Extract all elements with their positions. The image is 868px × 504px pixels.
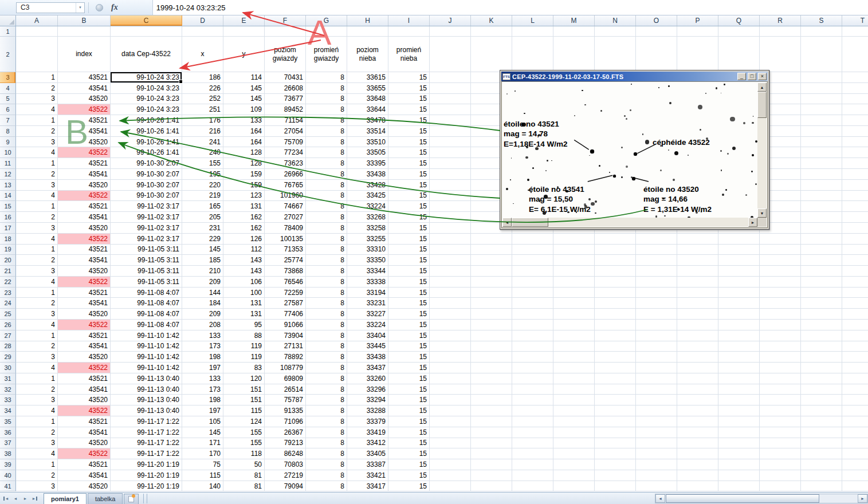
cell-R41[interactable] bbox=[760, 481, 801, 492]
cell-F27[interactable]: 73904 bbox=[265, 330, 306, 341]
cell-P18[interactable] bbox=[677, 234, 718, 245]
cell-R25[interactable] bbox=[760, 309, 801, 320]
row-header-27[interactable]: 27 bbox=[0, 330, 16, 341]
cell-D34[interactable]: 197 bbox=[182, 405, 223, 416]
cell-I38[interactable]: 15 bbox=[388, 448, 430, 459]
cell-C33[interactable]: 99-11-13 0:40 bbox=[111, 395, 182, 405]
cell-A36[interactable]: 2 bbox=[16, 427, 58, 438]
cell-D19[interactable]: 145 bbox=[182, 245, 223, 255]
cell-H3[interactable]: 33615 bbox=[347, 72, 388, 83]
cell-D28[interactable]: 173 bbox=[182, 341, 223, 352]
cell-Q25[interactable] bbox=[718, 309, 760, 320]
cell-S33[interactable] bbox=[801, 395, 842, 405]
cell-I21[interactable]: 15 bbox=[388, 266, 430, 277]
cell-P26[interactable] bbox=[677, 320, 718, 330]
cell-L32[interactable] bbox=[512, 384, 553, 395]
cell-S18[interactable] bbox=[801, 234, 842, 245]
cell-L38[interactable] bbox=[512, 448, 553, 459]
cell-H34[interactable]: 33288 bbox=[347, 405, 388, 416]
cell-H21[interactable]: 33344 bbox=[347, 266, 388, 277]
cell-A18[interactable]: 4 bbox=[16, 234, 58, 245]
cell-C41[interactable]: 99-11-20 1:19 bbox=[111, 481, 182, 492]
cell-C35[interactable]: 99-11-17 1:22 bbox=[111, 416, 182, 427]
cell-E23[interactable]: 100 bbox=[223, 288, 265, 298]
column-header-T[interactable]: T bbox=[842, 15, 868, 26]
cell-S20[interactable] bbox=[801, 255, 842, 266]
cell-N1[interactable] bbox=[595, 26, 636, 37]
cell-S19[interactable] bbox=[801, 245, 842, 255]
cell-B27[interactable]: 43521 bbox=[58, 330, 111, 341]
cell-Q33[interactable] bbox=[718, 395, 760, 405]
cell-N20[interactable] bbox=[595, 255, 636, 266]
cell-R19[interactable] bbox=[760, 245, 801, 255]
cell-J21[interactable] bbox=[430, 266, 471, 277]
cell-R26[interactable] bbox=[760, 320, 801, 330]
cell-L27[interactable] bbox=[512, 330, 553, 341]
cell-H7[interactable]: 33478 bbox=[347, 115, 388, 126]
cell-L26[interactable] bbox=[512, 320, 553, 330]
row-header-22[interactable]: 22 bbox=[0, 277, 16, 288]
cell-G22[interactable]: 8 bbox=[306, 277, 347, 288]
fts-scroll-up-button[interactable]: ▲ bbox=[757, 82, 767, 92]
cell-E36[interactable]: 155 bbox=[223, 427, 265, 438]
cell-F15[interactable]: 74667 bbox=[265, 201, 306, 212]
cell-Q41[interactable] bbox=[718, 481, 760, 492]
cell-F7[interactable]: 71154 bbox=[265, 115, 306, 126]
cell-I6[interactable]: 15 bbox=[388, 104, 430, 115]
cell-S6[interactable] bbox=[801, 104, 842, 115]
cell-A30[interactable]: 4 bbox=[16, 363, 58, 373]
cell-E6[interactable]: 109 bbox=[223, 104, 265, 115]
cell-N18[interactable] bbox=[595, 234, 636, 245]
cell-S10[interactable] bbox=[801, 147, 842, 158]
cell-B12[interactable]: 43541 bbox=[58, 169, 111, 180]
cell-S27[interactable] bbox=[801, 330, 842, 341]
cell-F24[interactable]: 27587 bbox=[265, 298, 306, 309]
cell-C9[interactable]: 99-10-26 1:41 bbox=[111, 137, 182, 148]
cell-D24[interactable]: 184 bbox=[182, 298, 223, 309]
cell-J23[interactable] bbox=[430, 288, 471, 298]
cell-L19[interactable] bbox=[512, 245, 553, 255]
cell-C30[interactable]: 99-11-10 1:42 bbox=[111, 363, 182, 373]
insert-function-button[interactable] bbox=[96, 4, 103, 11]
cell-P21[interactable] bbox=[677, 266, 718, 277]
cell-T20[interactable] bbox=[842, 255, 868, 266]
cell-M22[interactable] bbox=[553, 277, 595, 288]
column-header-R[interactable]: R bbox=[760, 15, 801, 26]
cell-E7[interactable]: 133 bbox=[223, 115, 265, 126]
cell-M28[interactable] bbox=[553, 341, 595, 352]
cell-F13[interactable]: 76765 bbox=[265, 180, 306, 191]
cell-T40[interactable] bbox=[842, 470, 868, 481]
cell-C39[interactable]: 99-11-20 1:19 bbox=[111, 459, 182, 470]
row-header-16[interactable]: 16 bbox=[0, 212, 16, 223]
cell-D13[interactable]: 220 bbox=[182, 180, 223, 191]
cell-I9[interactable]: 15 bbox=[388, 137, 430, 148]
cell-F29[interactable]: 78892 bbox=[265, 352, 306, 363]
cell-O2[interactable] bbox=[636, 37, 677, 72]
cell-I5[interactable]: 15 bbox=[388, 94, 430, 105]
cell-S40[interactable] bbox=[801, 470, 842, 481]
cell-T2[interactable] bbox=[842, 37, 868, 72]
cell-I22[interactable]: 15 bbox=[388, 277, 430, 288]
cell-H8[interactable]: 33514 bbox=[347, 126, 388, 137]
cell-D15[interactable]: 165 bbox=[182, 201, 223, 212]
cell-K20[interactable] bbox=[471, 255, 512, 266]
row-header-38[interactable]: 38 bbox=[0, 448, 16, 459]
cell-G36[interactable]: 8 bbox=[306, 427, 347, 438]
column-header-K[interactable]: K bbox=[471, 15, 512, 26]
cell-J3[interactable] bbox=[430, 72, 471, 83]
cell-G31[interactable]: 8 bbox=[306, 373, 347, 384]
cell-F34[interactable]: 91335 bbox=[265, 405, 306, 416]
cell-N28[interactable] bbox=[595, 341, 636, 352]
row-header-33[interactable]: 33 bbox=[0, 395, 16, 405]
cell-D27[interactable]: 133 bbox=[182, 330, 223, 341]
last-sheet-button[interactable]: ► bbox=[30, 494, 40, 503]
cell-Q30[interactable] bbox=[718, 363, 760, 373]
cell-R23[interactable] bbox=[760, 288, 801, 298]
cell-I7[interactable]: 15 bbox=[388, 115, 430, 126]
cell-G20[interactable]: 8 bbox=[306, 255, 347, 266]
cell-N22[interactable] bbox=[595, 277, 636, 288]
cell-C23[interactable]: 99-11-08 4:07 bbox=[111, 288, 182, 298]
fts-window[interactable]: FTS CEP-43522-1999-11-02-03-17-50.FTS _ … bbox=[500, 70, 769, 230]
row-header-30[interactable]: 30 bbox=[0, 363, 16, 373]
cell-R28[interactable] bbox=[760, 341, 801, 352]
